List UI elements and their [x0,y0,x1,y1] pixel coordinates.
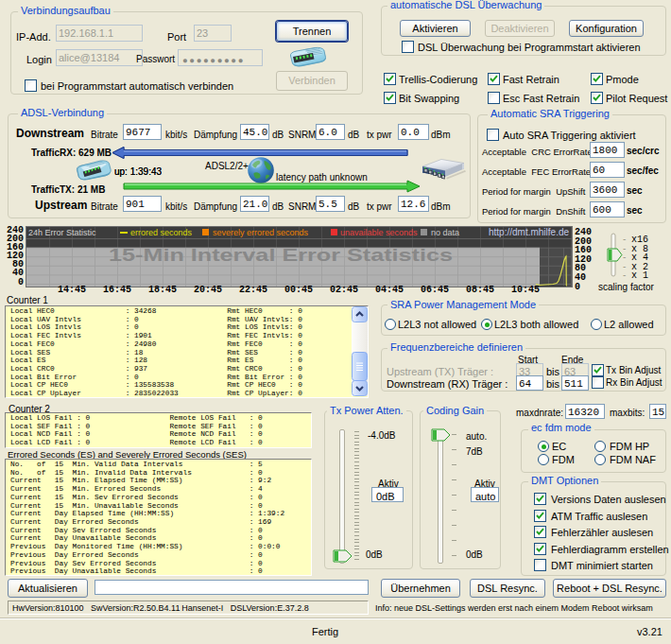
svg-text:x 1: x 1 [631,270,648,281]
svg-text:-: - [622,245,627,254]
svg-text:10:45: 10:45 [511,285,540,295]
svg-text:04:45: 04:45 [375,285,404,295]
svg-text:-: - [622,235,627,245]
svg-text:-: - [622,271,627,281]
svg-text:15-Min Interval Error Statisti: 15-Min Interval Error Statistics [109,245,453,265]
svg-text:18:45: 18:45 [148,285,177,295]
svg-text:unavailable seconds: unavailable seconds [340,228,418,237]
svg-text:0: 0 [575,282,580,292]
svg-text:22:45: 22:45 [239,285,267,295]
svg-text:-: - [622,253,627,263]
svg-text:-: - [622,263,627,272]
svg-text:severely errored seconds: severely errored seconds [213,228,309,237]
svg-text:08:45: 08:45 [466,285,494,295]
svg-text:scaling factor: scaling factor [598,282,655,292]
svg-text:20:45: 20:45 [194,285,222,295]
svg-text:http://dmt.mhilfe.de: http://dmt.mhilfe.de [489,227,569,237]
svg-text:02:45: 02:45 [330,285,358,295]
svg-text:14:45: 14:45 [58,285,86,295]
svg-text:06:45: 06:45 [421,285,449,295]
svg-text:no data: no data [431,228,459,237]
svg-text:0: 0 [18,277,24,287]
svg-text:24h Error Statistic: 24h Error Statistic [28,228,96,237]
svg-text:errored seconds: errored seconds [130,228,193,237]
svg-text:16:45: 16:45 [103,285,131,295]
svg-text:00:45: 00:45 [284,285,313,295]
